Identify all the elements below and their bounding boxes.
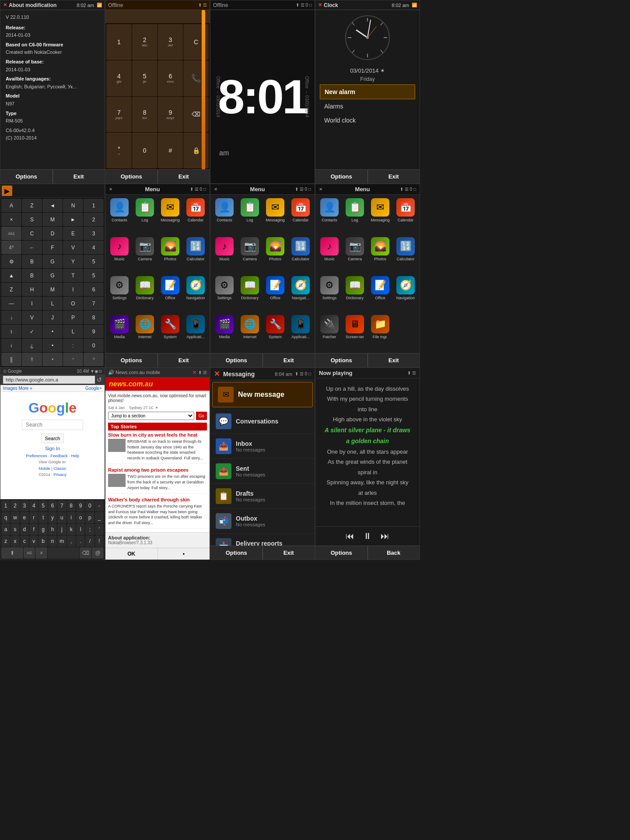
menu1-settings[interactable]: ⚙Settings: [107, 274, 132, 312]
menu2-log[interactable]: 📋Log: [238, 196, 262, 234]
np-next-next-button[interactable]: ⏭: [381, 531, 389, 541]
gk-k[interactable]: k: [67, 524, 76, 535]
calc-btn-4[interactable]: 4ghi: [106, 60, 132, 96]
menu2-dictionary[interactable]: 📖Dictionary: [238, 274, 262, 312]
kb-key-ii[interactable]: I: [22, 297, 42, 310]
menu1-options-button[interactable]: Options: [105, 354, 158, 367]
gk-p[interactable]: p: [85, 512, 94, 523]
kb-key-h[interactable]: H: [22, 283, 42, 296]
gk-backspace[interactable]: ⌫: [80, 547, 91, 559]
kb-key-i[interactable]: I: [63, 283, 83, 296]
google-search-button[interactable]: Search: [41, 434, 64, 443]
gk-r[interactable]: r: [29, 512, 38, 523]
menu3-exit-button[interactable]: Exit: [368, 354, 420, 367]
gk-j[interactable]: j: [57, 524, 66, 535]
menu2-internet[interactable]: 🌐Internet: [238, 313, 262, 351]
menu1-x[interactable]: ✕: [109, 187, 112, 192]
kb-key-i2[interactable]: i: [1, 339, 21, 352]
gk-t[interactable]: t: [38, 512, 47, 523]
calc-btn-9[interactable]: 9wxyz: [158, 97, 183, 133]
kb-key-zero[interactable]: ⁰: [84, 353, 104, 366]
gk-ab[interactable]: Аб: [24, 547, 35, 559]
kb-key-a[interactable]: A: [1, 199, 21, 212]
kb-key-arrow-left[interactable]: ◄: [42, 199, 63, 212]
menu2-contacts[interactable]: 👤Contacts: [212, 196, 237, 234]
alarm-world-clock[interactable]: World clock: [320, 113, 415, 127]
menu3-music[interactable]: ♪Music: [317, 235, 342, 273]
menu2-appli[interactable]: 📱Applicati...: [288, 313, 313, 351]
kb-key-l[interactable]: L: [42, 297, 63, 310]
nowplaying-back-button[interactable]: Back: [368, 546, 420, 560]
kb-key-dash[interactable]: —: [1, 297, 21, 310]
calc-btn-hash[interactable]: #: [158, 133, 183, 168]
gk-1[interactable]: 1: [1, 500, 10, 511]
kb-key-3[interactable]: 3: [84, 227, 104, 240]
kb-key-o[interactable]: O: [63, 297, 83, 310]
kb-key-b2[interactable]: B: [22, 269, 42, 282]
gk-underscore[interactable]: _: [95, 512, 104, 523]
gk-period[interactable]: .: [76, 536, 85, 547]
menu2-messaging[interactable]: ✉Messaging: [263, 196, 287, 234]
kb-key-e[interactable]: E: [63, 227, 83, 240]
menu1-messaging[interactable]: ✉Messaging: [158, 196, 182, 234]
menu2-office[interactable]: 📝Office: [263, 274, 287, 312]
calc-btn-7[interactable]: 7pqrs: [106, 97, 132, 133]
messaging-options-button[interactable]: Options: [210, 546, 263, 560]
kb-key-f[interactable]: F: [42, 241, 63, 254]
google-url-input[interactable]: [3, 376, 95, 384]
menu2-media[interactable]: 🎬Media: [212, 313, 237, 351]
about-exit-button[interactable]: Exit: [53, 170, 105, 183]
menu3-contacts[interactable]: 👤Contacts: [317, 196, 342, 234]
gk-semicolon[interactable]: ;: [85, 524, 94, 535]
gk-c[interactable]: c: [20, 536, 29, 547]
kb-key-u2[interactable]: M: [42, 283, 63, 296]
np-pause-button[interactable]: ⏸: [363, 531, 372, 541]
calc-btn-5[interactable]: 5jkl: [132, 60, 158, 96]
gk-s[interactable]: s: [10, 524, 19, 535]
calc-btn-2[interactable]: 2abc: [132, 24, 158, 60]
kb-key-4[interactable]: 4: [84, 241, 104, 254]
menu1-internet[interactable]: 🌐Internet: [133, 313, 157, 351]
menu3-calculator[interactable]: 🔢Calculator: [393, 235, 418, 273]
kb-key-ab[interactable]: Ab1: [1, 227, 21, 240]
menu3-dictionary[interactable]: 📖Dictionary: [343, 274, 367, 312]
kb-key-back-arrow[interactable]: ←: [22, 241, 42, 254]
gk-0[interactable]: 0: [85, 500, 94, 511]
gk-a[interactable]: a: [1, 524, 10, 535]
news-story1-title[interactable]: Slow burn in city as west feels the heat: [108, 432, 207, 438]
calc-btn-star[interactable]: *+: [106, 133, 132, 168]
calc-btn-3[interactable]: 3def: [158, 24, 183, 60]
menu3-navigation[interactable]: 🧭Navigation: [393, 274, 418, 312]
gk-comma[interactable]: ,: [67, 536, 76, 547]
kb-key-gear[interactable]: ⚙: [1, 255, 21, 268]
kb-key-dot3[interactable]: •: [42, 353, 63, 366]
kb-key-x[interactable]: ×: [1, 213, 21, 226]
msg-outbox[interactable]: 📬 Outbox No messages: [210, 509, 315, 534]
menu3-screenter[interactable]: 🖥Screen-ter: [343, 313, 367, 351]
calc-btn-8[interactable]: 8tuv: [132, 97, 158, 133]
google-signin-link[interactable]: Sign In: [4, 446, 101, 451]
menu2-settings[interactable]: ⚙Settings: [212, 274, 237, 312]
messaging-close-icon[interactable]: ✕: [214, 370, 220, 378]
menu3-filemgr[interactable]: 📁File mgr.: [368, 313, 392, 351]
msg-delivery[interactable]: 📩 Delivery reports Delivery info: [210, 534, 315, 546]
kb-key-plus[interactable]: ⁺: [63, 353, 83, 366]
kb-key-bars[interactable]: ǁ: [1, 353, 21, 366]
menu1-exit-button[interactable]: Exit: [158, 354, 210, 367]
google-help[interactable]: Help: [71, 454, 79, 458]
gk-e[interactable]: e: [20, 512, 29, 523]
menu1-camera[interactable]: 📷Camera: [133, 235, 157, 273]
alarm-new-alarm[interactable]: New alarm: [320, 84, 415, 99]
menu1-calendar[interactable]: 📅Calendar: [183, 196, 208, 234]
menu1-office[interactable]: 📝Office: [158, 274, 182, 312]
gk-excl[interactable]: !: [95, 536, 104, 547]
gk-7[interactable]: 7: [57, 500, 66, 511]
gk-q[interactable]: q: [1, 512, 10, 523]
kb-key-5[interactable]: 5: [84, 255, 104, 268]
gk-w[interactable]: w: [10, 512, 19, 523]
gk-close[interactable]: ×: [35, 547, 47, 559]
kb-key-t2[interactable]: t: [1, 325, 21, 338]
menu3-photos[interactable]: 🌄Photos: [368, 235, 392, 273]
msg-new-message[interactable]: ✉ New message: [212, 382, 313, 407]
kb-key-y[interactable]: Y: [63, 255, 83, 268]
